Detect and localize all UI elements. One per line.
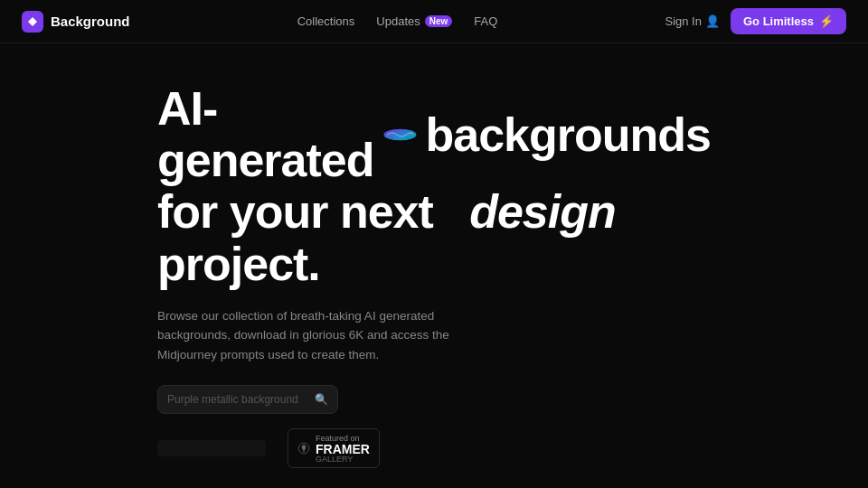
search-bar: 🔍 <box>157 385 338 414</box>
search-input[interactable] <box>167 393 309 406</box>
wave-decoration <box>383 122 417 147</box>
updates-badge: New <box>425 15 453 27</box>
framer-name: FRAMER <box>316 443 370 455</box>
hero-bottom: Featured on FRAMER GALLERY <box>157 428 711 468</box>
nav-collections[interactable]: Collections <box>297 14 355 28</box>
lightning-icon: ⚡ <box>819 14 834 28</box>
award-links <box>157 440 266 456</box>
logo-icon <box>22 11 43 33</box>
nav-updates[interactable]: Updates New <box>376 14 452 28</box>
hero-title: AI-generated backgrounds for your next <box>157 83 711 290</box>
user-icon: 👤 <box>705 14 720 28</box>
framer-trophy-icon <box>297 442 310 455</box>
award-image <box>157 440 266 456</box>
hero-subtitle: Browse our collection of breath-taking A… <box>157 306 501 365</box>
framer-sub: GALLERY <box>316 455 370 464</box>
nav-links: Collections Updates New FAQ <box>297 14 498 28</box>
search-icon: 🔍 <box>315 393 328 406</box>
search-button[interactable]: 🔍 <box>315 393 328 406</box>
nav-actions: Sign In 👤 Go Limitless ⚡ <box>665 8 846 34</box>
signin-button[interactable]: Sign In 👤 <box>665 14 719 28</box>
logo-text: Background <box>51 14 130 29</box>
nav-faq[interactable]: FAQ <box>474 14 497 28</box>
go-limitless-button[interactable]: Go Limitless ⚡ <box>731 8 846 34</box>
hero-section: AI-generated backgrounds for your next <box>0 43 868 468</box>
logo[interactable]: Background <box>22 11 130 33</box>
framer-badge[interactable]: Featured on FRAMER GALLERY <box>288 428 380 468</box>
navbar: Background Collections Updates New FAQ S… <box>0 0 868 43</box>
